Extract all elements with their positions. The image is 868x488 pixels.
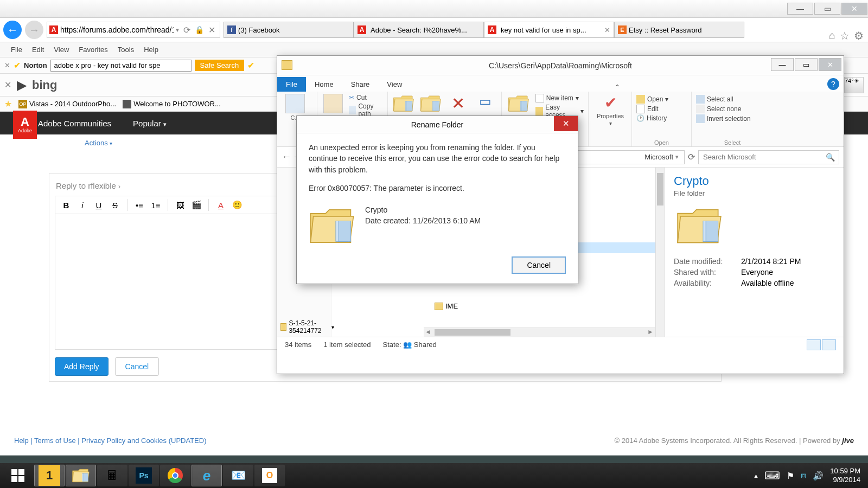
ribbon-tab-file[interactable]: File [277, 77, 306, 92]
image-button[interactable]: 🖼 [173, 198, 188, 211]
nav-back-icon[interactable]: ← [282, 151, 291, 163]
ribbon-tab-share[interactable]: Share [342, 77, 379, 92]
list-item-ime[interactable]: IME [435, 302, 458, 310]
explorer-maximize-button[interactable]: ▭ [795, 58, 818, 71]
chevron-down-icon[interactable]: ▾ [675, 153, 679, 160]
new-folder-button[interactable] [506, 94, 531, 113]
adobe-logo[interactable]: AAdobe [13, 111, 37, 139]
taskbar-chrome[interactable] [160, 465, 190, 486]
tab-facebook[interactable]: f (3) Facebook [224, 22, 354, 38]
bookmark-vistas[interactable]: OP Vistas - 2014 OutdoorPho... [18, 100, 116, 108]
favorites-star-icon[interactable]: ☆ [840, 29, 850, 42]
cut-button[interactable]: ✂Cut [349, 94, 383, 101]
select-none-button[interactable]: Select none [696, 105, 769, 113]
font-color-button[interactable]: A [213, 198, 228, 211]
keyboard-icon[interactable]: ⌨ [764, 469, 780, 482]
footer-links[interactable]: Help | Terms of Use | Privacy Policy and… [14, 436, 207, 445]
norton-search-input[interactable] [50, 60, 192, 72]
refresh-icon[interactable]: ⟳ [183, 25, 190, 35]
explorer-titlebar[interactable]: C:\Users\Geri\AppData\Roaming\Microsoft … [277, 56, 844, 75]
menu-favorites[interactable]: Favorites [79, 46, 107, 54]
open-button[interactable]: Open ▾ [636, 95, 687, 104]
close-button[interactable]: ✕ [841, 3, 867, 15]
add-reply-button[interactable]: Add Reply [55, 357, 108, 376]
refresh-icon[interactable]: ⟳ [688, 152, 695, 162]
show-hidden-icon[interactable]: ▴ [754, 471, 758, 480]
forward-button[interactable]: → [25, 21, 43, 39]
settings-gear-icon[interactable]: ⚙ [854, 29, 864, 42]
close-toolbar-icon[interactable]: ✕ [4, 61, 10, 69]
weather-icon[interactable]: 74°☀ [844, 77, 864, 93]
video-button[interactable]: 🎬 [189, 198, 204, 211]
safe-search-button[interactable]: Safe Search [195, 60, 245, 71]
minimize-button[interactable]: — [787, 3, 813, 15]
emoji-button[interactable]: 🙂 [229, 198, 245, 211]
dialog-close-button[interactable]: ✕ [554, 116, 578, 131]
breadcrumb-segment[interactable]: Microsoft [644, 153, 673, 161]
close-tab-icon[interactable]: ✕ [604, 26, 610, 34]
search-icon[interactable]: 🔍 [826, 153, 835, 162]
tab-adobe-search[interactable]: A Adobe - Search: I%20have%... [354, 22, 484, 38]
explorer-minimize-button[interactable]: — [771, 58, 794, 71]
number-list-button[interactable]: 1≡ [148, 198, 163, 211]
scroll-thumb[interactable] [435, 329, 510, 336]
tab-etsy[interactable]: E Etsy :: Reset Password [614, 22, 744, 38]
explorer-search-input[interactable] [698, 150, 839, 164]
stop-icon[interactable]: ✕ [208, 25, 215, 35]
nav-popular[interactable]: Popular ▾ [133, 119, 167, 128]
cancel-reply-button[interactable]: Cancel [115, 357, 159, 376]
scroll-right-icon[interactable]: ► [647, 328, 654, 336]
taskbar-sticky-notes[interactable]: 1 [34, 465, 65, 486]
dialog-titlebar[interactable]: Rename Folder ✕ [297, 116, 578, 133]
tab-key-not-valid[interactable]: A key not valid for use in sp... ✕ [484, 22, 614, 38]
volume-icon[interactable]: 🔊 [813, 471, 824, 481]
scroll-left-icon[interactable]: ◄ [425, 328, 431, 336]
url-input[interactable] [60, 25, 174, 34]
taskbar-mail[interactable]: 📧 [223, 465, 253, 486]
new-item-button[interactable]: New item ▾ [535, 94, 584, 102]
taskbar-ie[interactable]: e [192, 465, 222, 486]
dialog-cancel-button[interactable]: Cancel [512, 256, 566, 274]
ribbon-tab-view[interactable]: View [378, 77, 411, 92]
move-to-button[interactable] [392, 94, 415, 113]
history-dropdown-icon[interactable]: ▾ [176, 26, 179, 34]
ribbon-tab-home[interactable]: Home [306, 77, 342, 92]
help-icon[interactable]: ? [827, 78, 839, 90]
start-button[interactable] [3, 465, 33, 486]
taskbar-explorer[interactable] [66, 465, 96, 486]
tree-item[interactable]: S-1-5-21-354214772 ▾ [280, 319, 334, 335]
explorer-close-button[interactable]: ✕ [819, 58, 841, 71]
home-icon[interactable]: ⌂ [829, 29, 835, 42]
select-all-button[interactable]: Select all [696, 95, 769, 104]
icons-view-button[interactable] [822, 339, 836, 350]
taskbar-outlook[interactable]: O [254, 465, 285, 486]
bullet-list-button[interactable]: •≡ [132, 198, 147, 211]
vertical-scrollbar[interactable] [655, 168, 665, 337]
strike-button[interactable]: S [107, 198, 123, 211]
scroll-thumb[interactable] [657, 173, 663, 206]
taskbar-calculator[interactable]: 🖩 [97, 465, 127, 486]
paste-button[interactable] [322, 94, 344, 113]
italic-button[interactable]: i [75, 198, 90, 211]
add-favorite-icon[interactable]: ★ [4, 99, 12, 109]
horizontal-scrollbar[interactable]: ◄ ► [424, 328, 655, 337]
edit-button[interactable]: Edit [636, 105, 687, 113]
collapse-ribbon-icon[interactable]: ⌃ [614, 83, 621, 92]
delete-button[interactable]: ✕ [447, 94, 470, 113]
back-button[interactable]: ← [3, 21, 22, 39]
action-center-icon[interactable]: ⚑ [787, 471, 794, 481]
history-button[interactable]: 🕑History [636, 114, 687, 122]
bold-button[interactable]: B [59, 198, 74, 211]
properties-button[interactable]: ✔Properties▾ [593, 94, 628, 126]
details-view-button[interactable] [807, 339, 821, 350]
copy-to-button[interactable] [419, 94, 442, 113]
invert-selection-button[interactable]: Invert selection [696, 114, 769, 123]
menu-file[interactable]: File [11, 46, 22, 54]
bookmark-photowor[interactable]: Welcome to PHOTOWOR... [123, 100, 221, 108]
underline-button[interactable]: U [91, 198, 106, 211]
address-bar[interactable]: A ▾ ⟳ 🔒 ✕ [47, 22, 220, 38]
menu-edit[interactable]: Edit [32, 46, 44, 54]
menu-help[interactable]: Help [144, 46, 158, 54]
menu-tools[interactable]: Tools [118, 46, 134, 54]
rename-button[interactable]: ▭ [474, 94, 497, 109]
